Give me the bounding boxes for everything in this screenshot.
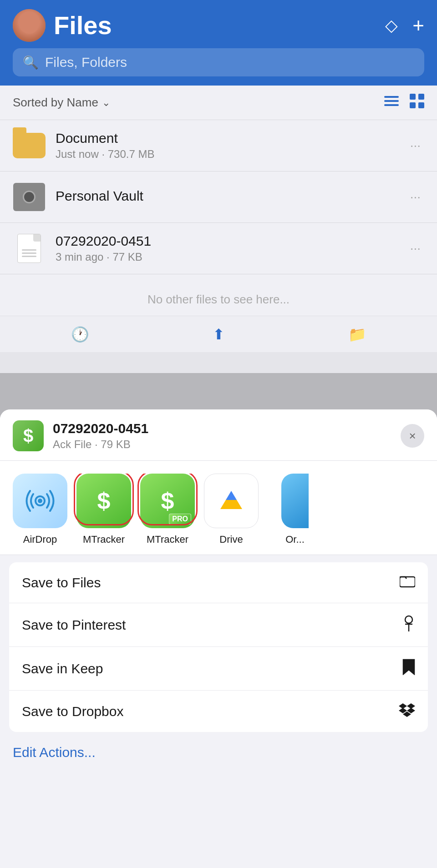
more-options-button[interactable]: ··· (407, 135, 424, 156)
svg-point-14 (405, 616, 412, 623)
action-label: Save in Keep (22, 661, 103, 676)
file-list: Document Just now · 730.7 MB ··· Persona… (0, 120, 437, 274)
file-item-vault[interactable]: Personal Vault ··· (0, 172, 437, 223)
edit-actions-link[interactable]: Edit Actions... (13, 745, 96, 760)
search-input[interactable]: Files, Folders (45, 55, 127, 70)
folder-action-icon (400, 574, 415, 591)
dropbox-action-icon (399, 702, 415, 720)
svg-point-8 (38, 499, 42, 503)
file-item-doc[interactable]: 07292020-0451 3 min ago · 77 KB ··· (0, 223, 437, 274)
chevron-down-icon: ⌄ (102, 97, 110, 109)
grid-view-icon[interactable] (410, 94, 424, 111)
svg-rect-6 (418, 102, 424, 108)
drive-label: Drive (219, 534, 243, 545)
sort-bar: Sorted by Name ⌄ (0, 86, 437, 120)
more-options-button[interactable]: ··· (407, 186, 424, 208)
action-save-keep[interactable]: Save in Keep (9, 647, 428, 691)
mtracker-selected-wrap: $ (76, 474, 131, 528)
app-icon-mtracker[interactable]: $ MTracker (76, 474, 131, 545)
action-label: Save to Pinterest (22, 617, 126, 633)
share-file-meta: Ack File · 79 KB (53, 438, 391, 451)
empty-state: No other files to see here... (0, 274, 437, 316)
mtracker-icon: $ (76, 474, 131, 528)
svg-rect-5 (410, 102, 416, 108)
app-icon-partial[interactable]: Or... (268, 474, 322, 545)
svg-marker-11 (220, 500, 242, 509)
close-icon: × (409, 429, 416, 443)
nav-item-browse[interactable]: 📁 (348, 326, 366, 343)
airdrop-icon (13, 474, 67, 528)
diamond-icon[interactable]: ◇ (385, 16, 398, 35)
mtracker-pro-dollar-icon: $ (161, 487, 174, 515)
sort-label-text: Sorted by Name (13, 96, 98, 110)
pro-badge: PRO (169, 514, 191, 525)
header-icons: ◇ + (385, 14, 424, 37)
app-icon-mtracker-pro[interactable]: $ PRO MTracker (140, 474, 195, 545)
search-input-wrap[interactable]: 🔍 Files, Folders (13, 48, 424, 76)
browse-icon: 📁 (348, 326, 366, 343)
svg-rect-3 (410, 94, 416, 100)
svg-rect-1 (384, 100, 399, 102)
edit-actions: Edit Actions... (0, 732, 437, 773)
share-file-name: 07292020-0451 (53, 421, 391, 436)
nav-item-share[interactable]: ⬆ (213, 326, 225, 343)
app-icons-row: AirDrop $ MTracker $ PRO (0, 461, 437, 555)
file-name: 07292020-0451 (56, 233, 396, 249)
mtracker-pro-selected-wrap: $ PRO (140, 474, 195, 528)
action-label: Save to Files (22, 575, 101, 590)
list-view-icon[interactable] (384, 95, 399, 111)
file-name: Personal Vault (56, 188, 396, 204)
search-bar: 🔍 Files, Folders (0, 48, 437, 86)
action-save-dropbox[interactable]: Save to Dropbox (9, 691, 428, 732)
nav-item-recent[interactable]: 🕐 (71, 326, 89, 343)
page-title: Files (54, 13, 112, 38)
more-options-button[interactable]: ··· (407, 237, 424, 259)
action-save-pinterest[interactable]: Save to Pinterest (9, 603, 428, 647)
share-file-icon: $ (13, 420, 44, 451)
mtracker-pro-icon: $ PRO (140, 474, 195, 528)
svg-rect-0 (384, 96, 399, 98)
file-name: Document (56, 131, 396, 146)
file-meta: Just now · 730.7 MB (56, 148, 396, 161)
svg-rect-4 (418, 94, 424, 100)
file-info-document: Document Just now · 730.7 MB (56, 131, 396, 161)
partial-label: Or... (285, 534, 305, 545)
share-header: $ 07292020-0451 Ack File · 79 KB × (0, 409, 437, 461)
file-meta: 3 min ago · 77 KB (56, 251, 396, 263)
mtracker-pro-label: MTracker (147, 534, 188, 545)
action-save-files[interactable]: Save to Files (9, 562, 428, 603)
partial-icon (281, 474, 309, 528)
vault-icon (13, 183, 45, 211)
add-icon[interactable]: + (412, 14, 424, 37)
share-sheet: $ 07292020-0451 Ack File · 79 KB × (0, 409, 437, 868)
vault-icon-wrap (13, 181, 46, 213)
share-file-info: 07292020-0451 Ack File · 79 KB (53, 421, 391, 451)
bookmark-action-icon (402, 659, 415, 678)
sort-button[interactable]: Sorted by Name ⌄ (13, 96, 110, 110)
file-doc-icon (17, 234, 41, 263)
file-item-document[interactable]: Document Just now · 730.7 MB ··· (0, 120, 437, 172)
svg-rect-2 (384, 104, 399, 106)
clock-icon: 🕐 (71, 326, 89, 343)
airdrop-label: AirDrop (23, 534, 57, 545)
action-list: Save to Files Save to Pinterest Save (9, 562, 428, 732)
dollar-sign-icon: $ (23, 426, 33, 446)
search-icon: 🔍 (23, 55, 39, 70)
pin-action-icon (402, 615, 415, 635)
share-icon: ⬆ (213, 326, 225, 343)
file-info-doc: 07292020-0451 3 min ago · 77 KB (56, 233, 396, 263)
empty-state-text: No other files to see here... (147, 293, 290, 306)
file-icon-wrap (13, 232, 46, 265)
file-info-vault: Personal Vault (56, 188, 396, 206)
header: Files ◇ + (0, 0, 437, 48)
svg-rect-13 (400, 577, 415, 587)
header-left: Files (13, 9, 112, 42)
app-icons-scroll: AirDrop $ MTracker $ PRO (13, 474, 424, 545)
share-close-button[interactable]: × (401, 424, 424, 448)
app-icon-airdrop[interactable]: AirDrop (13, 474, 67, 545)
app-icon-drive[interactable]: Drive (204, 474, 259, 545)
drive-icon (204, 474, 259, 528)
mtracker-label: MTracker (83, 534, 125, 545)
mtracker-dollar-icon: $ (97, 487, 111, 515)
folder-icon (13, 133, 46, 158)
